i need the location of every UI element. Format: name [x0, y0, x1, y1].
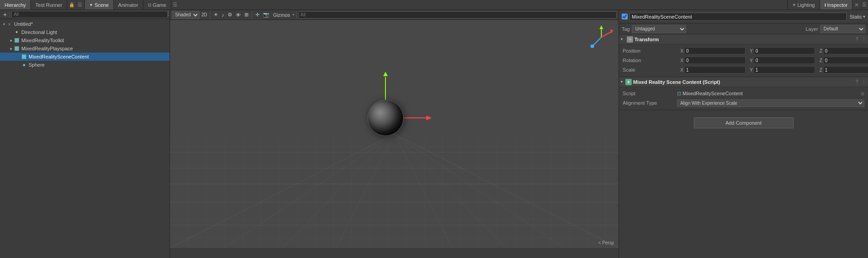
- hierarchy-lock-icon[interactable]: 🔒: [67, 1, 76, 8]
- item-triangle: ►: [9, 47, 14, 51]
- transform-section: ▾ ⊹ Transform ? ⋮ Position X: [619, 34, 868, 77]
- tag-layer-row: Tag Untagged Layer Default: [619, 24, 868, 34]
- inspector-close-btn[interactable]: ✕: [853, 2, 861, 8]
- x-axis-line: [404, 117, 426, 118]
- tab-lighting[interactable]: ☀ Lighting: [788, 0, 820, 10]
- add-component-container: Add Component: [619, 110, 868, 136]
- item-label: MixedRealityToolkit: [21, 38, 64, 43]
- scene-expand-triangle: ▾: [2, 22, 6, 26]
- tab-inspector[interactable]: ℹ Inspector: [820, 0, 853, 10]
- shaded-select[interactable]: Shaded: [172, 11, 200, 19]
- cube-icon: [14, 37, 20, 44]
- script-goto-btn[interactable]: ⊙: [861, 91, 864, 96]
- scale-label: Scale: [623, 67, 677, 73]
- scene-tool-move[interactable]: ✛: [254, 11, 261, 19]
- inspector-menu-icon[interactable]: ☰: [861, 2, 868, 8]
- list-item[interactable]: ► MixedRealityPlayspace: [0, 44, 170, 53]
- script-help-btn[interactable]: ?: [855, 79, 858, 84]
- hierarchy-toolbar: +: [0, 10, 170, 19]
- script-component-header[interactable]: ▾ # Mixed Reality Scene Content (Script)…: [619, 77, 868, 87]
- gameobject-name-input[interactable]: [629, 13, 847, 21]
- hierarchy-search-input[interactable]: [11, 11, 168, 18]
- rotation-x-group: X: [677, 57, 746, 64]
- tab-hierarchy[interactable]: Hierarchy: [0, 0, 31, 10]
- layer-select[interactable]: Default: [820, 25, 865, 33]
- script-label: Script: [623, 91, 677, 96]
- position-label: Position: [623, 48, 677, 54]
- hierarchy-menu-icon[interactable]: ☰: [76, 2, 83, 8]
- rotation-z-input[interactable]: [823, 57, 868, 64]
- alignment-select[interactable]: Align With Experience Scale: [677, 99, 864, 107]
- svg-point-21: [590, 44, 594, 48]
- scene-tool-audio[interactable]: ♪: [220, 11, 226, 19]
- gameobject-active-checkbox[interactable]: [622, 14, 628, 19]
- persp-label: < Persp: [598, 240, 614, 245]
- svg-marker-14: [383, 72, 388, 76]
- list-item[interactable]: ► MixedRealityToolkit: [0, 36, 170, 44]
- script-file-icon: ⊡: [677, 91, 681, 97]
- scene-tool-camera[interactable]: 📷: [262, 11, 271, 19]
- position-y-input[interactable]: [754, 47, 815, 54]
- script-field-row: Script ⊡ MixedRealitySceneContent ⊙: [623, 89, 864, 98]
- rotation-x-input[interactable]: [684, 57, 746, 64]
- transform-more-btn[interactable]: ⋮: [862, 37, 866, 42]
- tag-select[interactable]: Untagged: [632, 25, 686, 33]
- transform-header[interactable]: ▾ ⊹ Transform ? ⋮: [619, 34, 868, 44]
- script-hash-icon: #: [625, 79, 632, 85]
- scene-tool-lights[interactable]: ☀: [212, 11, 219, 19]
- scale-x-group: X: [677, 66, 746, 73]
- tab-animator[interactable]: Animator: [114, 0, 143, 10]
- 2d-btn[interactable]: 2D: [200, 12, 208, 17]
- item-label: Sphere: [29, 62, 44, 68]
- list-item[interactable]: MixedRealitySceneContent: [0, 53, 170, 61]
- list-item[interactable]: ✦ Directional Light: [0, 28, 170, 36]
- rotation-y-input[interactable]: [754, 57, 815, 64]
- rot-z-label: Z: [816, 58, 822, 63]
- hierarchy-content: ▾ ≡ Untitled* ✦ Directional Light ► Mixe…: [0, 19, 170, 258]
- scale-row: Scale X Y Z: [623, 65, 864, 74]
- scale-z-input[interactable]: [823, 66, 868, 73]
- tab-test-runner[interactable]: Test Runner: [31, 0, 67, 10]
- scale-x-input[interactable]: [684, 66, 746, 73]
- scene-tool-effects[interactable]: ⚙: [226, 11, 234, 19]
- list-item[interactable]: ● Sphere: [0, 61, 170, 69]
- position-z-input[interactable]: [823, 47, 868, 54]
- tab-scene[interactable]: ✦ Scene: [85, 0, 113, 10]
- cube-icon2: [14, 45, 20, 52]
- toolbar-sep1: [210, 11, 210, 19]
- script-more-btn[interactable]: ⋮: [862, 79, 866, 84]
- alignment-label: Alignment Type: [623, 100, 677, 106]
- scene-tool-hidden[interactable]: 👁: [234, 11, 242, 19]
- inspector-panel: Static ▾ Tag Untagged Layer Default ▾: [619, 10, 868, 258]
- scene-search-input[interactable]: [298, 11, 617, 19]
- item-label: Directional Light: [21, 29, 57, 35]
- tab-game[interactable]: ⊡ Game: [143, 0, 171, 10]
- static-label: Static: [849, 14, 862, 19]
- scene-menu-icon[interactable]: ☰: [171, 2, 179, 8]
- hierarchy-scene-root[interactable]: ▾ ≡ Untitled*: [0, 20, 170, 28]
- gizmos-btn[interactable]: Gizmos: [272, 11, 291, 19]
- scene-view-wrapper: Shaded 2D ☀ ♪ ⚙ 👁 ⊞ ✛ 📷 Gizmos ▾: [170, 10, 619, 258]
- light-icon: ✦: [14, 29, 20, 35]
- position-y-group: Y: [746, 47, 815, 54]
- transform-title: Transform: [634, 37, 855, 42]
- scale-y-input[interactable]: [754, 66, 815, 73]
- transform-help-btn[interactable]: ?: [855, 37, 858, 42]
- sphere-object: [367, 100, 404, 136]
- hierarchy-add-button[interactable]: +: [2, 11, 8, 18]
- scene-toolbar: Shaded 2D ☀ ♪ ⚙ 👁 ⊞ ✛ 📷 Gizmos ▾: [170, 10, 619, 20]
- add-component-button[interactable]: Add Component: [694, 117, 794, 128]
- scene-canvas[interactable]: < Persp: [170, 20, 619, 248]
- static-dropdown-arrow[interactable]: ▾: [863, 14, 865, 19]
- hierarchy-options-btn[interactable]: ⋮: [166, 10, 171, 16]
- item-label: MixedRealityPlayspace: [21, 46, 73, 51]
- rotation-y-group: Y: [746, 57, 815, 64]
- scale-y-label: Y: [746, 68, 753, 73]
- scene-object[interactable]: [367, 100, 404, 136]
- scene-tool-grid[interactable]: ⊞: [243, 11, 250, 19]
- corner-gizmo[interactable]: [588, 24, 615, 52]
- transform-actions: ? ⋮: [855, 37, 866, 42]
- scale-inputs: X Y Z: [677, 66, 868, 73]
- gizmos-dropdown-arrow: ▾: [293, 13, 294, 17]
- position-x-input[interactable]: [684, 47, 746, 54]
